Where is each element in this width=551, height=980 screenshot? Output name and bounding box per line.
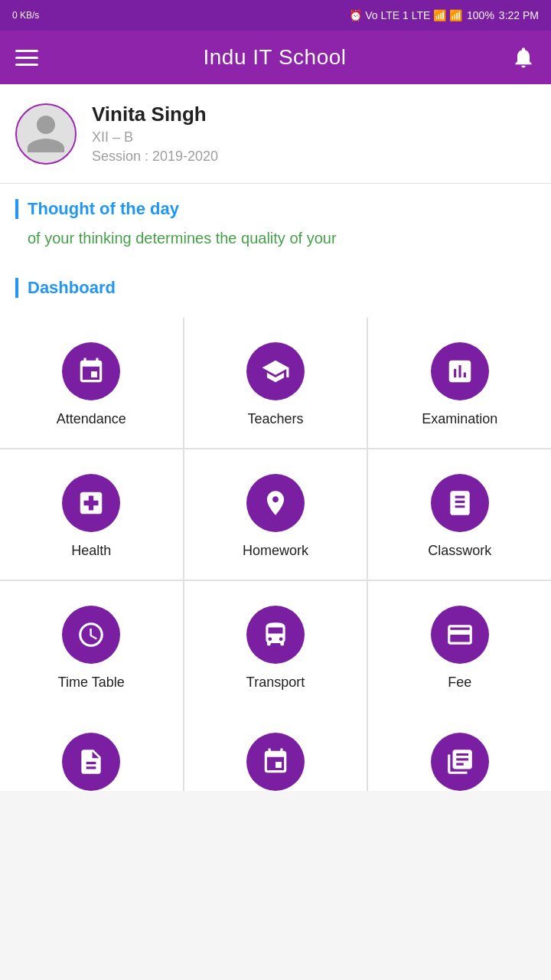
transport-icon xyxy=(261,620,290,649)
thought-section: Thought of the day of your thinking dete… xyxy=(0,184,551,263)
partial-bottom-row xyxy=(0,711,551,791)
menu-button[interactable] xyxy=(15,50,38,66)
homework-icon-circle xyxy=(246,474,305,532)
teachers-label: Teachers xyxy=(247,411,303,427)
fee-item[interactable]: Fee xyxy=(368,581,551,711)
timetable-icon-circle xyxy=(62,606,120,664)
teachers-icon-circle xyxy=(246,342,305,400)
fee-icon-circle xyxy=(431,606,489,664)
dashboard-grid: Attendance Teachers Examination Health xyxy=(0,318,551,711)
profile-section: Vinita Singh XII – B Session : 2019-2020 xyxy=(0,84,551,184)
dashboard-title: Dashboard xyxy=(15,278,536,298)
dashboard-section: Dashboard xyxy=(0,263,551,318)
status-data: 0 KB/s xyxy=(12,10,39,21)
classwork-icon xyxy=(445,488,474,518)
transport-item[interactable]: Transport xyxy=(184,581,367,711)
thought-text: of your thinking determines the quality … xyxy=(15,230,536,255)
teachers-icon xyxy=(261,357,290,386)
profile-class: XII – B xyxy=(92,129,218,145)
profile-session: Session : 2019-2020 xyxy=(92,149,218,165)
homework2-icon-circle xyxy=(246,733,305,791)
timetable-icon xyxy=(77,620,106,649)
homework-icon xyxy=(261,488,290,518)
attendance-label: Attendance xyxy=(57,411,126,427)
status-right: ⏰ Vo LTE 1 LTE 📶 📶 100% 3:22 PM xyxy=(349,9,539,21)
fee-label: Fee xyxy=(448,675,471,691)
classwork-label: Classwork xyxy=(428,543,491,559)
transport-icon-circle xyxy=(246,606,305,664)
transport-label: Transport xyxy=(246,675,305,691)
attendance-icon-circle xyxy=(62,342,120,400)
teachers-item[interactable]: Teachers xyxy=(184,318,367,448)
profile-info: Vinita Singh XII – B Session : 2019-2020 xyxy=(92,103,218,165)
thought-title: Thought of the day xyxy=(15,199,536,219)
examination-icon-circle xyxy=(431,342,489,400)
health-label: Health xyxy=(71,543,111,559)
homework-item[interactable]: Homework xyxy=(184,449,367,580)
top-app-bar: Indu IT School xyxy=(0,31,551,84)
classwork-item[interactable]: Classwork xyxy=(368,449,551,580)
profile-name: Vinita Singh xyxy=(92,103,218,126)
health-icon xyxy=(77,488,106,518)
library-icon-circle xyxy=(431,733,489,791)
status-icons: ⏰ Vo LTE 1 LTE 📶 📶 xyxy=(349,9,462,21)
classwork-icon-circle xyxy=(431,474,489,532)
homework2-item[interactable] xyxy=(184,711,367,791)
app-title: Indu IT School xyxy=(203,45,346,70)
homework-label: Homework xyxy=(243,543,308,559)
fee-icon xyxy=(445,620,474,649)
homework2-icon xyxy=(261,747,290,776)
health-item[interactable]: Health xyxy=(0,449,183,580)
examination-icon xyxy=(445,357,474,386)
avatar xyxy=(15,103,77,165)
attendance-item[interactable]: Attendance xyxy=(0,318,183,448)
calendar-icon xyxy=(77,357,106,386)
report-icon-circle xyxy=(62,733,120,791)
report-item[interactable] xyxy=(0,711,183,791)
timetable-item[interactable]: Time Table xyxy=(0,581,183,711)
library-item[interactable] xyxy=(368,711,551,791)
status-bar: 0 KB/s ⏰ Vo LTE 1 LTE 📶 📶 100% 3:22 PM xyxy=(0,0,551,31)
time-display: 3:22 PM xyxy=(499,9,539,21)
notification-bell-icon[interactable] xyxy=(511,45,536,70)
battery-status: 100% xyxy=(467,9,494,21)
timetable-label: Time Table xyxy=(58,675,125,691)
examination-item[interactable]: Examination xyxy=(368,318,551,448)
examination-label: Examination xyxy=(422,411,497,427)
report-icon xyxy=(77,747,106,776)
health-icon-circle xyxy=(62,474,120,532)
library-icon xyxy=(445,747,474,776)
